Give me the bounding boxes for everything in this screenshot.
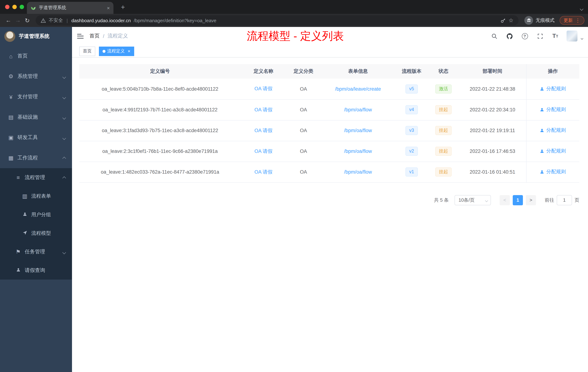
person-icon	[540, 128, 545, 133]
sidebar-item-leave-query[interactable]: 请假查询	[0, 261, 72, 280]
prev-page-button[interactable]: <	[500, 195, 510, 205]
tab-search-icon[interactable]	[580, 5, 583, 12]
screen: 芋道管理系统 × + ← → ↻ 不安全 | dashboard.yudao.i…	[0, 0, 588, 372]
person-icon	[540, 149, 545, 153]
maximize-traffic-light-icon[interactable]	[20, 5, 24, 9]
cell-deploy-time: 2022-01-22 21:48:38	[459, 79, 526, 99]
page-number-button[interactable]: 1	[513, 195, 523, 205]
definition-name-link[interactable]: OA 请假	[254, 148, 272, 154]
browser-menu-kebab-icon[interactable]: ⋮	[575, 17, 580, 23]
avatar[interactable]	[567, 31, 578, 42]
sidebar-item-payment[interactable]: ¥ 支付管理	[0, 87, 72, 107]
chevron-up-icon	[63, 155, 65, 161]
sidebar: 芋道管理系统 ⌂ 首页 ⚙ 系统管理 ¥ 支付管理 ▤ 基础设施	[0, 27, 72, 372]
tab-title: 芋道管理系统	[39, 5, 104, 11]
cell-deploy-time: 2022-01-16 17:46:53	[459, 141, 526, 162]
logo-avatar	[4, 31, 15, 42]
forward-button[interactable]: →	[13, 16, 22, 25]
col-process-version: 流程版本	[395, 64, 428, 79]
table-row: oa_leave:5:004b710b-7b8a-11ec-8ef0-acde4…	[79, 79, 579, 99]
breadcrumb: 首页 / 流程定义	[89, 33, 128, 39]
tab-close-icon[interactable]: ×	[107, 5, 110, 10]
sidebar-item-devtools[interactable]: ▣ 研发工具	[0, 127, 72, 148]
assign-rule-link[interactable]: 分配规则	[540, 148, 566, 154]
table-row: oa_leave:1:482ec033-762a-11ec-8477-a2380…	[79, 162, 579, 182]
table-row: oa_leave:2:3c1f0ef1-76b1-11ec-9c66-a2380…	[79, 141, 579, 162]
security-label: 不安全	[49, 17, 63, 24]
close-tag-icon[interactable]: ×	[128, 48, 130, 54]
person-icon	[540, 87, 545, 91]
next-page-button[interactable]: >	[526, 195, 536, 205]
version-badge: v1	[406, 167, 418, 176]
cell-category: OA	[286, 141, 321, 162]
help-icon[interactable]: ?	[521, 32, 529, 40]
browser-toolbar: ← → ↻ 不安全 | dashboard.yudao.iocoder.cn /…	[0, 14, 588, 27]
password-key-icon[interactable]	[500, 18, 506, 23]
avatar-caret-icon[interactable]	[581, 34, 583, 41]
tab-favicon-icon	[31, 5, 36, 11]
reload-button[interactable]: ↻	[22, 16, 32, 25]
sidebar-item-workflow[interactable]: ▦ 工作流程	[0, 148, 72, 168]
breadcrumb-home[interactable]: 首页	[89, 33, 100, 39]
sidebar-collapse-icon[interactable]	[77, 34, 84, 38]
bookmark-star-icon[interactable]: ☆	[509, 17, 514, 24]
definition-name-link[interactable]: OA 请假	[254, 128, 272, 133]
incognito-label: 无痕模式	[536, 17, 555, 24]
font-size-icon[interactable]: TT	[551, 32, 559, 40]
users-icon	[21, 211, 28, 218]
warning-icon	[41, 18, 46, 23]
sidebar-logo[interactable]: 芋道管理系统	[0, 27, 72, 46]
minimize-traffic-light-icon[interactable]	[12, 5, 17, 9]
tags-view: 首页 流程定义 ×	[72, 45, 588, 57]
col-definition-category: 定义分类	[286, 64, 321, 79]
status-badge: 挂起	[435, 105, 452, 114]
sidebar-item-infrastructure[interactable]: ▤ 基础设施	[0, 107, 72, 127]
sidebar-item-system[interactable]: ⚙ 系统管理	[0, 66, 72, 87]
yen-icon: ¥	[7, 94, 15, 100]
url-path: /bpm/manager/definition?key=oa_leave	[134, 18, 217, 23]
sidebar-item-process-model[interactable]: 流程模型	[0, 224, 72, 242]
sidebar-item-home[interactable]: ⌂ 首页	[0, 46, 72, 66]
version-badge: v5	[406, 85, 418, 94]
version-badge: v4	[406, 105, 418, 114]
incognito-profile[interactable]: 无痕模式	[524, 16, 555, 25]
chevron-down-icon	[485, 197, 488, 203]
tag-process-definition[interactable]: 流程定义 ×	[99, 46, 134, 56]
definition-name-link[interactable]: OA 请假	[254, 86, 272, 92]
assign-rule-link[interactable]: 分配规则	[540, 127, 566, 134]
tag-home[interactable]: 首页	[79, 46, 95, 56]
assign-rule-link[interactable]: 分配规则	[540, 169, 566, 175]
definition-name-link[interactable]: OA 请假	[254, 169, 272, 175]
sidebar-item-process-management[interactable]: ≡ 流程管理	[0, 168, 72, 187]
home-icon: ⌂	[7, 53, 15, 59]
table-header-row: 定义编号 定义名称 定义分类 表单信息 流程版本 状态 部署时间 操作	[79, 64, 579, 79]
form-link[interactable]: /bpm/oa/flow	[344, 169, 372, 175]
address-bar[interactable]: 不安全 | dashboard.yudao.iocoder.cn /bpm/ma…	[36, 15, 519, 25]
assign-rule-link[interactable]: 分配规则	[540, 86, 566, 92]
status-badge: 挂起	[435, 126, 452, 135]
chevron-down-icon	[63, 94, 65, 100]
sidebar-item-process-form[interactable]: ▥ 流程表单	[0, 187, 72, 205]
search-icon[interactable]	[490, 32, 498, 40]
back-button[interactable]: ←	[4, 16, 13, 25]
page-size-select[interactable]: 10条/页	[454, 195, 491, 205]
cell-deploy-time: 2022-01-16 01:40:51	[459, 162, 526, 182]
goto-page-input[interactable]	[557, 195, 572, 205]
sidebar-item-user-group[interactable]: 用户分组	[0, 205, 72, 224]
definition-name-link[interactable]: OA 请假	[254, 107, 272, 112]
close-traffic-light-icon[interactable]	[5, 5, 10, 9]
browser-tab[interactable]: 芋道管理系统 ×	[27, 2, 114, 14]
form-link[interactable]: /bpm/oa/flow	[344, 107, 372, 112]
form-link[interactable]: /bpm/oa/flow	[344, 149, 372, 154]
cell-deploy-time: 2022-01-22 20:34:10	[459, 99, 526, 120]
update-button[interactable]: 更新 ⋮	[560, 16, 584, 25]
browser-tab-bar: 芋道管理系统 × +	[0, 0, 588, 14]
new-tab-button[interactable]: +	[118, 3, 127, 12]
sidebar-item-task-management[interactable]: ⚑ 任务管理	[0, 242, 72, 261]
form-link[interactable]: /bpm/oa/flow	[344, 128, 372, 133]
github-icon[interactable]	[505, 32, 514, 40]
assign-rule-link[interactable]: 分配规则	[540, 107, 566, 113]
url-domain: dashboard.yudao.iocoder.cn	[72, 18, 131, 23]
form-link[interactable]: /bpm/oa/leave/create	[335, 86, 381, 92]
fullscreen-icon[interactable]	[536, 32, 544, 40]
